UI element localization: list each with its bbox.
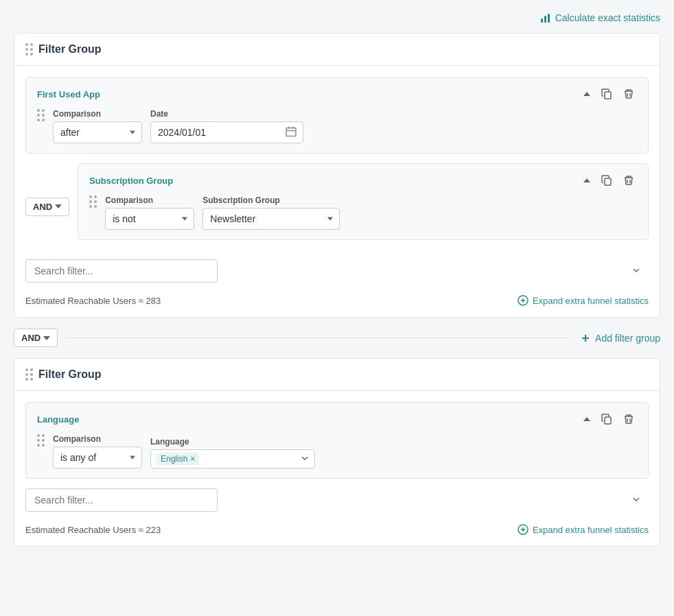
collapse-filter-2-button[interactable] [581,177,593,184]
filter-1-date-input-wrapper [150,121,303,143]
collapse-filter-1-button[interactable] [581,91,593,97]
filter-group-1: Filter Group First Used App [14,33,660,318]
expand-funnel-2-button[interactable]: Expand extra funnel statistics [518,524,649,535]
copy-filter-3-button[interactable] [599,412,615,426]
delete-filter-3-button[interactable] [620,412,637,426]
filter-3-language-label: Language [150,437,315,447]
add-filter-group-button[interactable]: Add filter group [580,333,660,344]
svg-rect-7 [605,417,611,424]
filter-group-2: Filter Group Language [14,358,660,547]
filter-group-2-footer: Estimated Reachable Users ≈ 223 Expand e… [25,521,649,535]
filter-3-comparison-group: Comparison is any of is not any of [53,434,142,469]
filter-2-comparison-label: Comparison [105,196,194,205]
search-filter-1-input[interactable] [25,259,218,283]
filter-row-subscription-inner: Comparison is is not Subscription Group [105,196,637,230]
filter-card-first-used-app-actions [581,87,637,101]
filter-group-2-drag-handle[interactable] [25,368,33,381]
between-groups-chevron-icon [43,336,50,340]
filter-2-subscription-group: Subscription Group Newsletter Promotions… [202,196,340,230]
estimated-users-2: Estimated Reachable Users ≈ 223 [25,525,161,535]
filter-card-language-actions [581,412,637,426]
filter-card-subscription-header: Subscription Group [89,174,637,187]
filter-1-date-input[interactable] [150,121,303,143]
filter-row-subscription: Comparison is is not Subscription Group [89,196,637,230]
chart-icon [540,12,551,23]
filter-card-first-used-app-header: First Used App [37,87,637,101]
copy-filter-2-button[interactable] [599,174,615,187]
svg-rect-0 [541,19,543,23]
filter-card-first-used-app: First Used App [25,77,649,154]
expand-funnel-1-button[interactable]: Expand extra funnel statistics [518,295,649,306]
filter-2-comparison-select-wrapper: is is not [105,208,194,230]
filter-2-subscription-label: Subscription Group [202,196,340,205]
filter-1-row-drag-handle[interactable] [37,109,45,121]
and-connector-1: AND Subscription Group [25,163,649,250]
and-label-1: AND [33,202,52,212]
and-chevron-icon [55,204,62,209]
estimated-users-1: Estimated Reachable Users ≈ 283 [25,296,161,306]
filter-2-comparison-select[interactable]: is is not [105,208,194,230]
filter-3-comparison-label: Comparison [53,434,142,444]
english-tag-remove-button[interactable]: × [190,455,195,463]
trash-icon-2 [623,175,634,186]
filter-2-row-drag-handle[interactable] [89,196,97,208]
filter-3-language-tag-select[interactable]: English × [150,449,315,469]
filter-2-subscription-select-wrapper: Newsletter Promotions Updates [202,208,340,230]
trash-icon [623,88,634,99]
search-filter-2-arrow-icon [632,495,640,506]
delete-filter-1-button[interactable] [620,87,637,101]
english-tag-label: English [161,454,187,464]
between-groups-row: AND Add filter group [14,329,660,347]
filter-1-comparison-select-wrapper: after before on [53,121,142,143]
plus-circle-icon-1 [518,295,528,306]
svg-rect-1 [544,16,546,23]
svg-rect-5 [605,178,611,185]
filter-1-comparison-label: Comparison [53,109,142,119]
filter-1-comparison-select[interactable]: after before on [53,121,142,143]
search-filter-1-wrapper [25,259,649,283]
chevron-up-icon-3 [583,417,590,421]
filter-row-first-used-app: Comparison after before on Date [37,109,637,143]
calculate-stats-label: Calculate exact statistics [555,12,660,23]
filter-row-language: Comparison is any of is not any of Langu… [37,434,637,469]
filter-card-language: Language [25,402,649,479]
delete-filter-2-button[interactable] [620,174,637,187]
collapse-filter-3-button[interactable] [581,416,593,423]
add-filter-group-label: Add filter group [595,333,660,344]
expand-funnel-1-label: Expand extra funnel statistics [533,296,649,306]
between-groups-and-label: AND [21,333,40,343]
filter-group-1-footer: Estimated Reachable Users ≈ 283 Expand e… [25,292,649,306]
filter-group-2-title: Filter Group [38,368,102,381]
copy-filter-1-button[interactable] [599,87,615,101]
search-filter-2-input[interactable] [25,488,218,512]
language-select-arrow-icon [301,453,309,464]
top-bar: Calculate exact statistics [14,7,660,33]
filter-1-comparison-group: Comparison after before on [53,109,142,143]
svg-rect-3 [605,92,611,99]
copy-icon-2 [601,175,612,186]
filter-row-language-inner: Comparison is any of is not any of Langu… [53,434,637,469]
filter-group-2-body: Language [14,391,660,546]
svg-rect-2 [548,14,550,23]
filter-3-language-group: Language English × [150,437,315,469]
chevron-up-icon-2 [583,178,590,182]
search-filter-2-wrapper [25,488,649,512]
filter-1-date-group: Date [150,109,303,143]
filter-group-2-header: Filter Group [14,359,660,391]
filter-group-1-body: First Used App [14,66,660,317]
trash-icon-3 [623,414,634,425]
filter-group-1-header: Filter Group [14,34,660,66]
plus-icon [580,333,591,344]
filter-card-language-header: Language [37,412,637,426]
calculate-stats-button[interactable]: Calculate exact statistics [540,12,660,23]
filter-group-1-title: Filter Group [38,43,102,56]
filter-3-comparison-select[interactable]: is any of is not any of [53,447,142,469]
filter-3-row-drag-handle[interactable] [37,434,45,447]
filter-group-1-drag-handle[interactable] [25,43,33,56]
between-groups-line [66,337,572,338]
filter-2-subscription-select[interactable]: Newsletter Promotions Updates [202,208,340,230]
between-groups-and-button[interactable]: AND [14,329,58,347]
filter-card-subscription-title: Subscription Group [89,176,173,186]
filter-2-comparison-group: Comparison is is not [105,196,194,230]
and-connector-button-1[interactable]: AND [25,198,69,216]
